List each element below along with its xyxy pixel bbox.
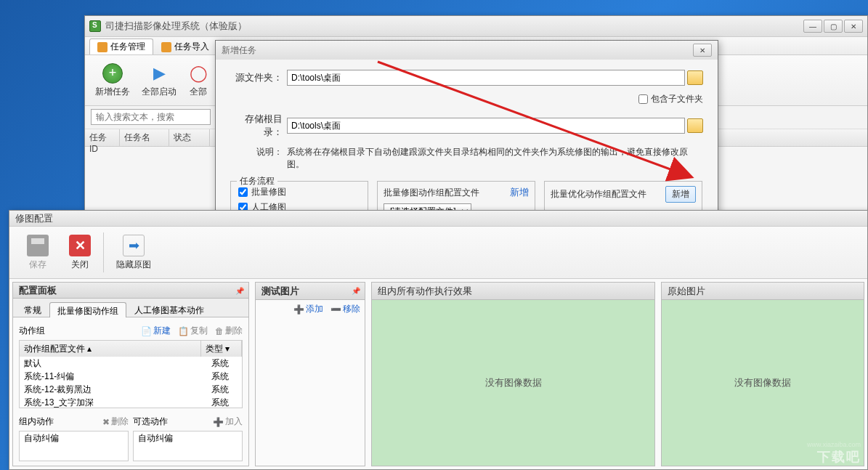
- plus-icon: +: [102, 63, 123, 84]
- config-body: 配置面板📌 常规 批量修图动作组 人工修图基本动作 动作组 📄新建 📋复制 🗑删…: [9, 279, 867, 469]
- action-group-section: 动作组 📄新建 📋复制 🗑删除 动作组配置文件▴ 类型▾ 默认系统 系统-11-…: [13, 317, 248, 466]
- add-task-button[interactable]: +新增任务: [89, 58, 136, 102]
- browse-store-folder-icon[interactable]: [687, 118, 703, 133]
- col-task-id[interactable]: 任务ID: [85, 129, 120, 146]
- col-type[interactable]: 类型▾: [201, 341, 242, 357]
- hide-original-button[interactable]: ➡隐藏原图: [106, 230, 161, 275]
- config-panel: 配置面板📌 常规 批量修图动作组 人工修图基本动作 动作组 📄新建 📋复制 🗑删…: [12, 282, 249, 466]
- dialog-title-text: 新增任务: [222, 44, 256, 57]
- app-icon: [89, 20, 101, 32]
- batch-config-legend: 批量修图动作组配置文件: [384, 187, 506, 199]
- no-image-text: 没有图像数据: [734, 376, 791, 389]
- batch-edit-checkbox[interactable]: [238, 187, 248, 197]
- import-icon: [161, 42, 171, 52]
- no-image-text: 没有图像数据: [485, 376, 542, 389]
- task-icon: [97, 42, 108, 52]
- store-root-input[interactable]: [287, 118, 685, 134]
- action-group-label: 动作组: [19, 325, 134, 337]
- src-folder-input[interactable]: [287, 70, 685, 86]
- config-window: 修图配置 保存 ✕关闭 ➡隐藏原图 配置面板📌 常规 批量修图动作组 人工修图基…: [9, 210, 868, 470]
- pin-icon[interactable]: 📌: [235, 287, 244, 295]
- dialog-close-button[interactable]: ✕: [693, 44, 712, 57]
- optional-action-label: 可选动作: [133, 416, 206, 428]
- minimize-button[interactable]: —: [803, 20, 822, 33]
- list-item: 自动纠偏: [134, 431, 242, 445]
- pin-icon[interactable]: 📌: [352, 287, 360, 295]
- optimize-add-button[interactable]: 新增: [665, 186, 696, 203]
- store-root-label: 存储根目录：: [230, 113, 283, 139]
- effect-preview-area: 没有图像数据: [372, 300, 654, 466]
- action-group-table-body[interactable]: 默认系统 系统-11-纠偏系统 系统-12-裁剪黑边系统 系统-13_文字加深系…: [20, 357, 242, 408]
- start-all-button[interactable]: ▶全部启动: [136, 58, 182, 102]
- inner-action-label: 组内动作: [19, 416, 95, 428]
- separator: [103, 232, 104, 272]
- batch-add-link[interactable]: 新增: [510, 186, 529, 199]
- config-panel-tabs: 常规 批量修图动作组 人工修图基本动作: [13, 299, 248, 317]
- hide-icon: ➡: [123, 235, 145, 256]
- close-icon: ✕: [69, 235, 91, 256]
- col-config-file[interactable]: 动作组配置文件▴: [20, 341, 201, 357]
- tab-manual-actions[interactable]: 人工修图基本动作: [126, 301, 212, 317]
- effect-preview-panel: 组内所有动作执行效果 没有图像数据: [371, 282, 655, 466]
- close-button[interactable]: ✕: [844, 20, 863, 33]
- original-preview-area: 没有图像数据: [662, 300, 864, 466]
- list-item: 自动纠偏: [20, 431, 128, 445]
- col-task-name[interactable]: 任务名: [120, 129, 169, 146]
- play-icon: ▶: [149, 63, 169, 84]
- desc-text: 系统将在存储根目录下自动创建跟源文件夹目录结构相同的文件夹作为系统修图的输出，避…: [287, 146, 703, 171]
- tab-task-manage[interactable]: 任务管理: [89, 39, 153, 54]
- tab-batch-actions[interactable]: 批量修图动作组: [49, 302, 126, 317]
- dialog-body: 源文件夹： 包含子文件夹 存储根目录： 说明： 系统将在存储根目录下自动创建跟源…: [216, 60, 718, 229]
- tab-task-import[interactable]: 任务导入: [153, 39, 217, 54]
- col-task-status[interactable]: 状态: [169, 129, 210, 146]
- stop-icon: ◯: [188, 63, 208, 84]
- stop-all-button[interactable]: ◯全部: [182, 58, 214, 102]
- test-remove-button[interactable]: ➖移除: [330, 303, 360, 315]
- optimize-config-legend: 批量优化动作组配置文件: [551, 188, 661, 200]
- new-action-link[interactable]: 📄新建: [141, 325, 171, 337]
- save-button[interactable]: 保存: [17, 230, 59, 275]
- table-row: 系统-13_文字加深系统: [20, 396, 242, 408]
- close-config-button[interactable]: ✕关闭: [59, 230, 101, 275]
- inner-delete-link[interactable]: ✖删除: [102, 416, 129, 428]
- test-image-panel: 测试图片📌 ➕添加 ➖移除: [255, 282, 365, 466]
- effect-preview-header: 组内所有动作执行效果: [372, 283, 654, 300]
- action-group-table: 动作组配置文件▴ 类型▾ 默认系统 系统-11-纠偏系统 系统-12-裁剪黑边系…: [19, 340, 243, 408]
- config-toolbar: 保存 ✕关闭 ➡隐藏原图: [9, 227, 867, 279]
- config-panel-header: 配置面板📌: [13, 283, 248, 299]
- browse-src-folder-icon[interactable]: [687, 70, 703, 85]
- task-flow-legend: 任务流程: [237, 175, 277, 187]
- include-subfolder-label: 包含子文件夹: [651, 93, 703, 105]
- table-row: 系统-11-纠偏系统: [20, 370, 242, 383]
- original-image-header: 原始图片: [662, 283, 864, 300]
- table-row: 系统-12-裁剪黑边系统: [20, 383, 242, 396]
- original-image-panel: 原始图片 没有图像数据: [661, 282, 864, 466]
- search-input[interactable]: [91, 109, 211, 125]
- add-optional-link[interactable]: ➕加入: [213, 416, 243, 428]
- src-folder-label: 源文件夹：: [230, 71, 283, 84]
- include-subfolder-checkbox[interactable]: [638, 94, 648, 104]
- test-add-button[interactable]: ➕添加: [293, 303, 323, 315]
- window-controls: — ▢ ✕: [803, 20, 863, 33]
- maximize-button[interactable]: ▢: [824, 20, 843, 33]
- save-icon: [27, 235, 49, 256]
- titlebar: 司捷扫描影像处理系统（体验版） — ▢ ✕: [85, 16, 867, 36]
- config-window-title: 修图配置: [9, 211, 867, 227]
- window-title: 司捷扫描影像处理系统（体验版）: [105, 20, 247, 33]
- test-image-header: 测试图片📌: [256, 283, 365, 300]
- new-task-dialog: 新增任务 ✕ 源文件夹： 包含子文件夹 存储根目录： 说明： 系统将在存储根目录…: [215, 40, 718, 214]
- delete-action-link[interactable]: 🗑删除: [215, 325, 243, 337]
- copy-action-link[interactable]: 📋复制: [178, 325, 208, 337]
- inner-action-list[interactable]: 自动纠偏: [20, 431, 128, 461]
- table-row: 默认系统: [20, 357, 242, 370]
- optional-action-list[interactable]: 自动纠偏: [134, 431, 242, 461]
- tab-general[interactable]: 常规: [16, 301, 49, 317]
- desc-label: 说明：: [230, 146, 283, 171]
- action-group-table-head: 动作组配置文件▴ 类型▾: [20, 341, 242, 357]
- dialog-titlebar: 新增任务 ✕: [216, 41, 718, 60]
